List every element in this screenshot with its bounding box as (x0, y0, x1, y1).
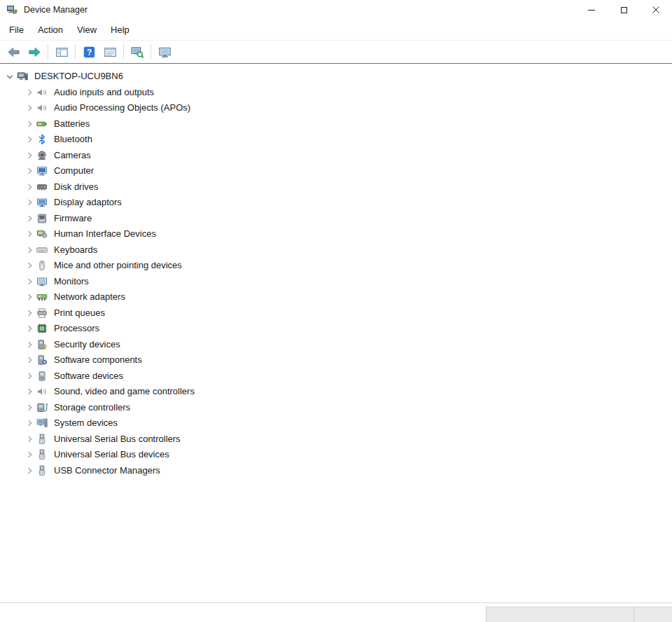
tree-item[interactable]: Storage controllers (0, 400, 672, 416)
tree-item-label: Keyboards (54, 244, 97, 256)
titlebar: Device Manager (0, 0, 672, 20)
back-button[interactable] (3, 42, 24, 62)
tree-item[interactable]: Audio inputs and outputs (0, 85, 672, 101)
legacy-hardware-button[interactable] (154, 42, 175, 62)
chevron-right-icon[interactable] (22, 243, 36, 257)
chevron-right-icon[interactable] (22, 416, 36, 430)
tree-item[interactable]: Print queues (0, 305, 672, 322)
chevron-right-icon[interactable] (22, 180, 36, 194)
menu-help[interactable]: Help (104, 22, 136, 38)
chevron-right-icon[interactable] (22, 448, 36, 462)
maximize-button[interactable] (608, 0, 640, 20)
tree-item[interactable]: Firmware (0, 211, 672, 227)
tree-item[interactable]: Universal Serial Bus controllers (0, 431, 672, 448)
chevron-right-icon[interactable] (22, 117, 36, 131)
bottom-panel-left (486, 607, 634, 622)
tree-item-label: Software components (54, 354, 142, 366)
tree-item[interactable]: Human Interface Devices (0, 226, 672, 242)
network-adapter-icon (36, 291, 48, 303)
mouse-icon (36, 260, 48, 271)
show-console-tree-button[interactable] (51, 42, 72, 62)
device-tree: DESKTOP-UCU9BN6 Audio inputs and outputs… (0, 64, 672, 478)
tree-item[interactable]: Software components (0, 352, 672, 368)
chevron-down-icon[interactable] (3, 69, 17, 83)
chevron-right-icon[interactable] (22, 432, 36, 446)
processor-icon (36, 323, 48, 334)
tree-item[interactable]: Mice and other pointing devices (0, 258, 672, 274)
tree-item-label: Disk drives (54, 181, 99, 193)
chevron-right-icon[interactable] (22, 401, 36, 415)
tree-item-label: System devices (54, 417, 118, 429)
chevron-right-icon[interactable] (22, 85, 36, 99)
chevron-right-icon[interactable] (22, 101, 36, 115)
chevron-right-icon[interactable] (22, 338, 36, 352)
chevron-right-icon[interactable] (22, 464, 36, 478)
close-button[interactable] (640, 0, 672, 20)
tree-root-label: DESKTOP-UCU9BN6 (34, 71, 123, 82)
chevron-right-icon[interactable] (22, 322, 36, 336)
tree-item[interactable]: Bluetooth (0, 132, 672, 148)
chevron-right-icon[interactable] (22, 290, 36, 304)
window-controls (575, 0, 672, 20)
chevron-right-icon[interactable] (22, 353, 36, 367)
tree-item-label: Firmware (54, 213, 92, 224)
tree-item[interactable]: Sound, video and game controllers (0, 384, 672, 400)
menu-file[interactable]: File (2, 22, 31, 38)
chevron-right-icon[interactable] (22, 275, 36, 289)
chevron-right-icon[interactable] (22, 369, 36, 383)
tree-item[interactable]: Batteries (0, 116, 672, 132)
chevron-right-icon[interactable] (22, 227, 36, 241)
tree-item-label: Human Interface Devices (54, 228, 156, 240)
tree-item[interactable]: Keyboards (0, 242, 672, 258)
chevron-right-icon[interactable] (22, 164, 36, 178)
monitor-icon (36, 276, 48, 287)
tree-item[interactable]: Network adapters (0, 289, 672, 305)
chevron-right-icon[interactable] (22, 258, 36, 272)
chevron-right-icon[interactable] (22, 212, 36, 226)
tree-item[interactable]: Audio Processing Objects (APOs) (0, 100, 672, 116)
tree-item[interactable]: System devices (0, 415, 672, 431)
svg-text:?: ? (86, 48, 91, 57)
tree-item[interactable]: Security devices (0, 337, 672, 353)
hid-icon (36, 228, 48, 240)
chevron-right-icon[interactable] (22, 195, 36, 209)
software-device-icon (36, 371, 48, 382)
tree-item[interactable]: Display adaptors (0, 195, 672, 211)
tree-item[interactable]: Monitors (0, 274, 672, 290)
tree-item-label: Universal Serial Bus controllers (54, 434, 181, 445)
bluetooth-icon (36, 134, 48, 145)
chevron-right-icon[interactable] (22, 385, 36, 399)
minimize-button[interactable] (575, 0, 608, 20)
chevron-right-icon[interactable] (22, 148, 36, 163)
menu-bar: File Action View Help (0, 20, 672, 41)
tree-item-label: Computer (54, 165, 94, 177)
chevron-right-icon[interactable] (22, 132, 36, 146)
menu-action[interactable]: Action (31, 22, 70, 38)
tree-item-label: Audio Processing Objects (APOs) (54, 102, 190, 113)
help-button[interactable]: ? (78, 42, 99, 62)
scan-hardware-changes-button[interactable] (127, 42, 148, 62)
tree-item-label: Display adaptors (54, 197, 122, 208)
tree-item[interactable]: Software devices (0, 368, 672, 385)
firmware-icon (36, 213, 48, 224)
forward-button[interactable] (24, 42, 45, 62)
tree-item-label: Audio inputs and outputs (54, 87, 154, 98)
tree-item-label: Security devices (54, 339, 120, 350)
tree-root[interactable]: DESKTOP-UCU9BN6 (0, 69, 672, 85)
menu-view[interactable]: View (70, 22, 104, 38)
chevron-right-icon[interactable] (22, 306, 36, 320)
tree-item[interactable]: USB Connector Managers (0, 463, 672, 479)
printer-icon (36, 307, 48, 319)
tree-item-label: Universal Serial Bus devices (54, 449, 169, 460)
tree-item[interactable]: Universal Serial Bus devices (0, 447, 672, 463)
tree-item-label: Batteries (54, 118, 90, 130)
tree-item[interactable]: Disk drives (0, 179, 672, 195)
device-tree-children: Audio inputs and outputsAudio Processing… (0, 85, 672, 479)
software-component-icon (36, 354, 48, 366)
tree-item-label: Bluetooth (54, 134, 92, 145)
tree-item[interactable]: Computer (0, 163, 672, 179)
tree-item[interactable]: Cameras (0, 148, 672, 164)
tree-item[interactable]: Processors (0, 321, 672, 337)
device-manager-app-icon (6, 4, 18, 15)
properties-button[interactable] (99, 42, 120, 62)
